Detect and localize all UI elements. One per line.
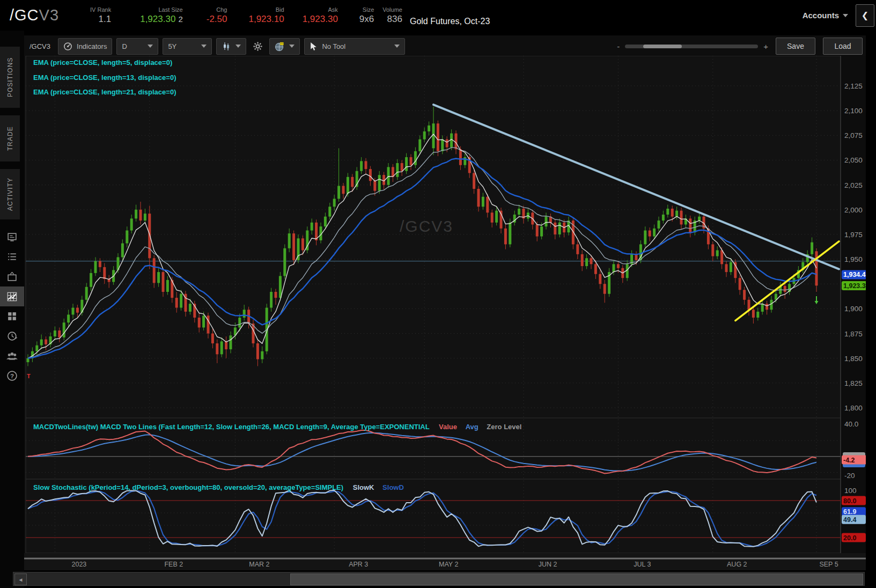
zoom-slider[interactable] [625,45,758,48]
collapse-panel-button[interactable]: ❮ [856,4,874,27]
svg-text:1,850: 1,850 [844,355,863,363]
svg-text:1,923.3: 1,923.3 [843,282,866,290]
svg-text:100: 100 [844,487,857,495]
svg-text:SEP 5: SEP 5 [819,561,838,568]
watchlist-icon[interactable] [0,247,24,267]
svg-text:49.4: 49.4 [843,516,856,524]
svg-text:1,950: 1,950 [844,255,863,263]
svg-text:AUG 2: AUG 2 [727,561,747,568]
study-label-ema13[interactable]: EMA (price=CLOSE, length=13, displace=0) [33,74,176,82]
macd-label-text: MACDTwoLines(tw) MACD Two Lines (Fast Le… [33,423,429,431]
macd-legend-zero: Zero Level [487,423,521,431]
timeframe-dropdown[interactable]: D [116,38,158,55]
grid-layout-dropdown[interactable] [269,38,300,55]
svg-text:1,825: 1,825 [844,379,863,387]
instrument-description: Gold Futures, Oct-23 [410,17,490,26]
chart-icon[interactable] [0,286,24,306]
svg-text:40.0: 40.0 [844,420,858,428]
zoom-slider-thumb[interactable] [643,45,682,48]
zoom-control: - + [617,42,768,51]
svg-text:1,934.4: 1,934.4 [843,271,866,278]
chart-toolbar: /GCV3 Indicators D 5Y No Tool - + Save L… [24,35,866,57]
svg-text:2,125: 2,125 [844,82,863,90]
study-label-macd[interactable]: MACDTwoLines(tw) MACD Two Lines (Fast Le… [33,423,521,431]
tv-icon[interactable] [0,267,24,286]
monitor-quote-icon[interactable] [0,227,24,247]
last-size-field: Last Size 1,923.302 [140,6,183,25]
svg-text:1,900: 1,900 [844,305,863,313]
chart-symbol-label: /GCV3 [30,42,50,50]
horizontal-scrollbar[interactable]: ◄ [13,572,865,586]
svg-text:JUN 2: JUN 2 [539,561,557,568]
gear-icon [253,41,263,52]
chg-field: Chg -2.50 [207,6,227,25]
stoch-label-text: Slow Stochastic (kPeriod=14, dPeriod=3, … [33,483,343,491]
chevron-down-icon [201,45,207,48]
candlestick-chart[interactable]: /GCV3T2,1252,1002,0752,0502,0252,0001,97… [24,56,866,570]
svg-text:2,075: 2,075 [844,131,863,139]
svg-text:1,800: 1,800 [844,404,863,412]
drawing-tool-dropdown[interactable]: No Tool [304,38,405,55]
volume-field: Volume 836 [382,6,402,25]
size-label: Size [363,6,374,13]
zoom-out-button[interactable]: - [617,42,620,51]
ask-label: Ask [328,6,338,13]
sidebar-tab-trade[interactable]: TRADE [0,115,20,161]
iv-rank-value: 1.1 [99,13,112,25]
size-field: Size 9x6 [359,6,374,25]
svg-text:JUL 3: JUL 3 [634,561,651,568]
chart-settings-button[interactable] [251,39,265,54]
size-value: 9x6 [359,13,374,25]
study-label-stochastic[interactable]: Slow Stochastic (kPeriod=14, dPeriod=3, … [33,483,404,491]
svg-text:2,100: 2,100 [844,107,863,115]
chevron-down-icon [235,45,241,48]
study-label-ema21[interactable]: EMA (price=CLOSE, length=21, displace=0) [33,88,176,96]
chevron-left-icon: ❮ [862,10,868,20]
svg-text:MAY 2: MAY 2 [439,561,458,568]
chg-value: -2.50 [207,13,227,25]
save-button[interactable]: Save [776,38,815,55]
svg-text:1,875: 1,875 [844,330,863,338]
macd-legend-value: Value [439,423,457,431]
svg-text:T: T [27,373,31,379]
svg-text:2023: 2023 [71,561,86,568]
volume-value: 836 [387,13,402,25]
svg-text:1,975: 1,975 [844,231,863,239]
ask-field: Ask 1,923.30 [303,6,338,25]
bid-field: Bid 1,923.10 [248,6,284,25]
macd-legend-avg: Avg [466,423,479,431]
svg-text:MAR 2: MAR 2 [249,561,269,568]
stoch-legend-slowk: SlowK [353,483,374,491]
chevron-down-icon [148,45,153,48]
chevron-down-icon [843,14,848,17]
study-label-ema5[interactable]: EMA (price=CLOSE, length=5, displace=0) [33,58,172,67]
svg-text:FEB 2: FEB 2 [164,561,183,568]
svg-text:2,050: 2,050 [844,156,863,164]
range-dropdown[interactable]: 5Y [163,38,212,55]
indicators-label: Indicators [77,42,107,50]
sidebar-tab-positions[interactable]: POSITIONS [0,47,20,108]
ask-value: 1,923.30 [303,13,338,25]
chg-label: Chg [216,6,227,13]
accounts-dropdown[interactable]: Accounts [803,11,848,20]
zoom-in-button[interactable]: + [763,42,768,51]
candlestick-icon [222,41,231,51]
svg-text:80.0: 80.0 [843,497,856,505]
chart-type-dropdown[interactable] [216,38,246,55]
svg-text:20.0: 20.0 [843,534,856,542]
grid-icon[interactable] [0,306,24,326]
scrollbar-thumb[interactable] [290,574,863,585]
scroll-left-arrow[interactable]: ◄ [14,574,27,585]
stoch-legend-slowd: SlowD [382,483,404,491]
indicators-button[interactable]: Indicators [58,38,112,55]
svg-text:2,000: 2,000 [844,206,863,214]
community-icon[interactable] [0,346,24,366]
help-icon[interactable]: ? [0,366,24,386]
history-icon[interactable] [0,326,24,346]
last-size-label: Last Size [158,6,182,13]
sidebar-tab-activity[interactable]: ACTIVITY [0,169,20,219]
load-button[interactable]: Load [823,38,863,55]
globe-grid-icon [275,41,285,52]
svg-text:-20: -20 [844,472,855,480]
bid-label: Bid [276,6,284,13]
